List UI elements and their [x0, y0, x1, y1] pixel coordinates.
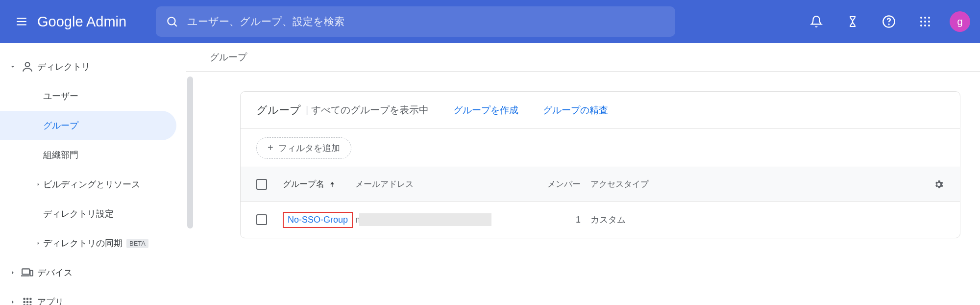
row-access: カスタム: [590, 214, 688, 226]
svg-point-20: [23, 298, 25, 300]
svg-line-4: [174, 24, 177, 26]
chevron-right-icon: [9, 269, 16, 276]
svg-point-23: [23, 301, 25, 304]
svg-point-14: [924, 25, 926, 26]
svg-point-15: [928, 25, 930, 26]
redacted-text: [359, 213, 491, 226]
panel-title: グループ: [256, 103, 301, 118]
breadcrumb: グループ: [186, 43, 980, 72]
svg-rect-18: [30, 271, 32, 276]
chevron-right-icon: [35, 181, 42, 188]
sidebar-item-label: 組織部門: [43, 149, 78, 161]
sort-asc-icon: [328, 180, 336, 188]
hamburger-menu-icon[interactable]: [10, 10, 33, 33]
svg-point-9: [928, 17, 930, 19]
select-all-checkbox[interactable]: [256, 179, 267, 190]
account-avatar[interactable]: g: [950, 11, 970, 32]
chevron-right-icon: [9, 299, 16, 305]
apps-grid-icon[interactable]: [913, 10, 937, 33]
help-icon[interactable]: [877, 10, 901, 33]
sidebar-item-dir-settings[interactable]: ディレクトリ設定: [0, 199, 186, 229]
row-members: 1: [537, 215, 590, 225]
svg-point-7: [920, 17, 922, 19]
sidebar-item-groups[interactable]: グループ: [0, 111, 176, 140]
panel-subtitle: すべてのグループを表示中: [306, 103, 429, 117]
sidebar: ディレクトリ ユーザー グループ 組織部門 ビルディングとリソース ディレクトリ…: [0, 43, 186, 305]
sidebar-item-label: デバイス: [37, 267, 73, 279]
sidebar-item-apps[interactable]: アプリ: [0, 287, 186, 305]
row-checkbox[interactable]: [256, 214, 267, 225]
search-icon: [166, 15, 178, 28]
sidebar-item-label: グループ: [43, 120, 78, 131]
table-row: No-SSO-Group n 1 カスタム: [241, 202, 960, 238]
sidebar-item-devices[interactable]: デバイス: [0, 258, 186, 287]
inspect-group-button[interactable]: グループの精査: [543, 104, 608, 117]
sidebar-item-users[interactable]: ユーザー: [0, 81, 186, 111]
sidebar-item-org-units[interactable]: 組織部門: [0, 140, 186, 170]
sidebar-item-dir-sync[interactable]: ディレクトリの同期 BETA: [0, 229, 186, 258]
person-icon: [18, 60, 37, 73]
header-actions: g: [805, 10, 970, 33]
svg-point-13: [920, 25, 922, 26]
app-header: Google Admin g: [0, 0, 980, 43]
svg-point-24: [26, 301, 29, 304]
sidebar-item-label: ディレクトリ: [37, 61, 90, 73]
app-logo[interactable]: Google Admin: [37, 14, 126, 30]
sidebar-item-label: ユーザー: [43, 90, 78, 102]
main-content: グループ グループ すべてのグループを表示中 グループを作成 グループの精査 +…: [186, 43, 980, 305]
chevron-down-icon: [9, 63, 16, 70]
svg-rect-17: [22, 269, 29, 274]
svg-point-11: [924, 21, 926, 23]
panel-header: グループ すべてのグループを表示中 グループを作成 グループの精査: [241, 92, 960, 129]
svg-point-10: [920, 21, 922, 23]
sidebar-item-label: ディレクトリの同期: [43, 237, 122, 249]
column-group-name[interactable]: グループ名: [283, 178, 355, 190]
column-settings-icon[interactable]: [933, 179, 944, 190]
svg-point-21: [26, 298, 29, 300]
create-group-button[interactable]: グループを作成: [453, 104, 518, 117]
column-access[interactable]: アクセスタイプ: [590, 178, 688, 190]
plus-icon: +: [268, 142, 273, 153]
svg-point-8: [924, 17, 926, 19]
devices-icon: [18, 266, 37, 279]
svg-point-25: [29, 301, 32, 304]
svg-rect-29: [332, 184, 332, 187]
svg-point-6: [888, 24, 889, 25]
group-name-link[interactable]: No-SSO-Group: [283, 212, 353, 228]
hourglass-icon[interactable]: [841, 10, 864, 33]
sidebar-item-label: ビルディングとリソース: [43, 178, 140, 190]
groups-panel: グループ すべてのグループを表示中 グループを作成 グループの精査 + フィルタ…: [240, 91, 960, 238]
sidebar-item-label: アプリ: [37, 296, 64, 305]
svg-point-22: [29, 298, 32, 300]
search-box[interactable]: [156, 6, 675, 37]
chevron-right-icon: [35, 240, 42, 247]
notifications-icon[interactable]: [805, 10, 828, 33]
row-email: n: [355, 213, 537, 226]
sidebar-item-buildings[interactable]: ビルディングとリソース: [0, 170, 186, 199]
add-filter-label: フィルタを追加: [278, 142, 340, 154]
breadcrumb-label: グループ: [210, 51, 247, 64]
column-email[interactable]: メールアドレス: [355, 178, 537, 190]
svg-point-12: [928, 21, 930, 23]
sidebar-item-label: ディレクトリ設定: [43, 208, 114, 220]
search-input[interactable]: [187, 16, 665, 27]
table-header: グループ名 メールアドレス メンバー アクセスタイプ: [241, 167, 960, 202]
add-filter-chip[interactable]: + フィルタを追加: [256, 137, 351, 159]
svg-point-3: [168, 17, 175, 25]
apps-icon: [18, 297, 37, 305]
svg-point-16: [25, 62, 30, 67]
filter-bar: + フィルタを追加: [241, 129, 960, 167]
column-members[interactable]: メンバー: [537, 178, 590, 190]
sidebar-item-directory[interactable]: ディレクトリ: [0, 52, 186, 81]
beta-badge: BETA: [126, 239, 148, 248]
